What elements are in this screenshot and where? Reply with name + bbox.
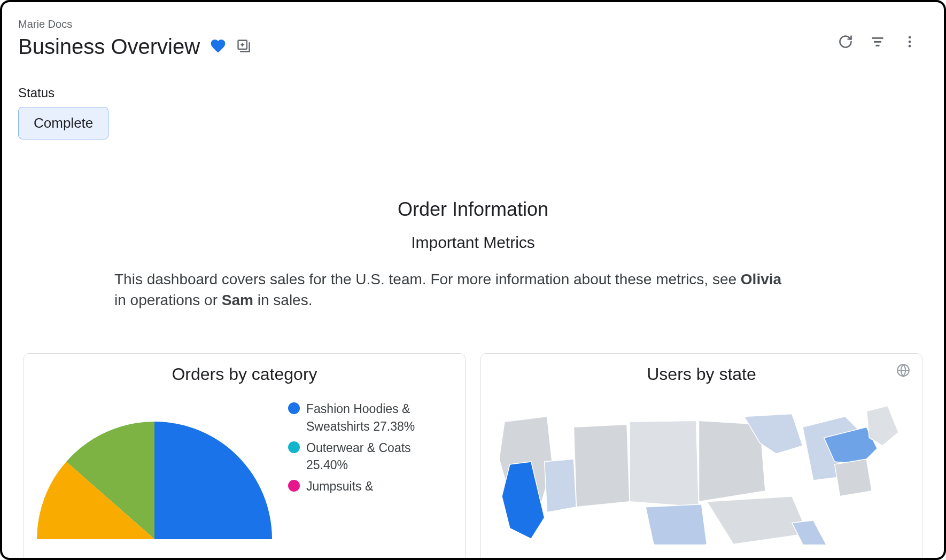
dashboard-description: This dashboard covers sales for the U.S.… — [114, 269, 788, 310]
svg-rect-3 — [872, 37, 883, 39]
svg-rect-4 — [874, 41, 881, 43]
more-options-icon[interactable] — [902, 34, 917, 51]
usa-map — [494, 395, 909, 545]
svg-marker-14 — [573, 425, 630, 507]
svg-rect-5 — [876, 45, 880, 46]
svg-marker-13 — [545, 459, 577, 512]
status-filter-chip[interactable]: Complete — [18, 107, 108, 139]
add-to-board-icon[interactable] — [236, 38, 251, 56]
legend-item: Fashion Hoodies & Sweatshirts 27.38% — [288, 400, 452, 434]
section-title: Order Information — [18, 198, 928, 221]
breadcrumb[interactable]: Marie Docs — [18, 18, 251, 30]
svg-point-6 — [909, 36, 911, 39]
panel-title-right: Users by state — [494, 364, 909, 384]
users-by-state-panel[interactable]: Users by state — [480, 353, 922, 560]
svg-point-8 — [909, 45, 911, 48]
favorite-heart-icon[interactable] — [210, 37, 227, 57]
legend-item: Jumpsuits & — [288, 478, 452, 495]
svg-marker-19 — [707, 496, 808, 545]
svg-marker-15 — [630, 421, 699, 507]
pie-legend: Fashion Hoodies & Sweatshirts 27.38% Out… — [288, 400, 452, 499]
svg-marker-20 — [792, 520, 835, 545]
legend-item: Outerwear & Coats 25.40% — [288, 439, 452, 473]
svg-point-7 — [909, 41, 911, 43]
orders-by-category-panel[interactable]: Orders by category Fashion Hoo — [24, 353, 466, 560]
panel-title-left: Orders by category — [37, 364, 452, 384]
section-subtitle: Important Metrics — [18, 234, 928, 252]
page-title: Business Overview — [18, 35, 200, 59]
svg-marker-24 — [835, 459, 872, 496]
refresh-icon[interactable] — [838, 34, 853, 51]
filter-icon[interactable] — [870, 34, 885, 51]
svg-marker-16 — [646, 504, 707, 545]
pie-chart — [37, 400, 272, 539]
status-filter-label: Status — [18, 85, 928, 100]
